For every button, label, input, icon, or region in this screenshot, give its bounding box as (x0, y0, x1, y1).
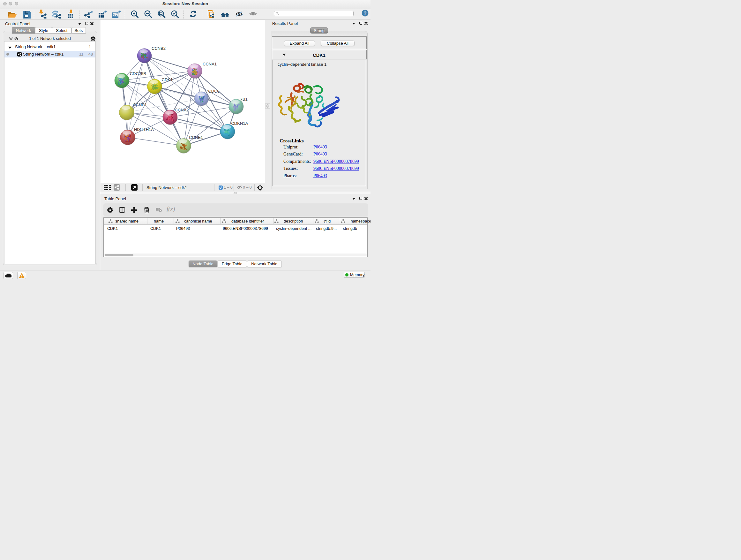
svg-text:CCNA1: CCNA1 (203, 62, 217, 66)
svg-text:CDKN1A: CDKN1A (231, 121, 248, 126)
svg-text:RB1: RB1 (240, 97, 248, 102)
svg-text:CCNE1: CCNE1 (189, 135, 203, 140)
svg-text:CDC25B: CDC25B (130, 71, 146, 76)
svg-text:CCNB2: CCNB2 (151, 46, 165, 51)
svg-text:CDK1: CDK1 (162, 77, 173, 82)
svg-text:?: ? (363, 10, 366, 16)
svg-text:CDC6: CDC6 (208, 89, 219, 94)
svg-text:HIST1H1A: HIST1H1A (134, 127, 154, 132)
svg-text:CCNA2: CCNA2 (175, 108, 189, 112)
svg-text:CCNB1: CCNB1 (133, 103, 147, 107)
